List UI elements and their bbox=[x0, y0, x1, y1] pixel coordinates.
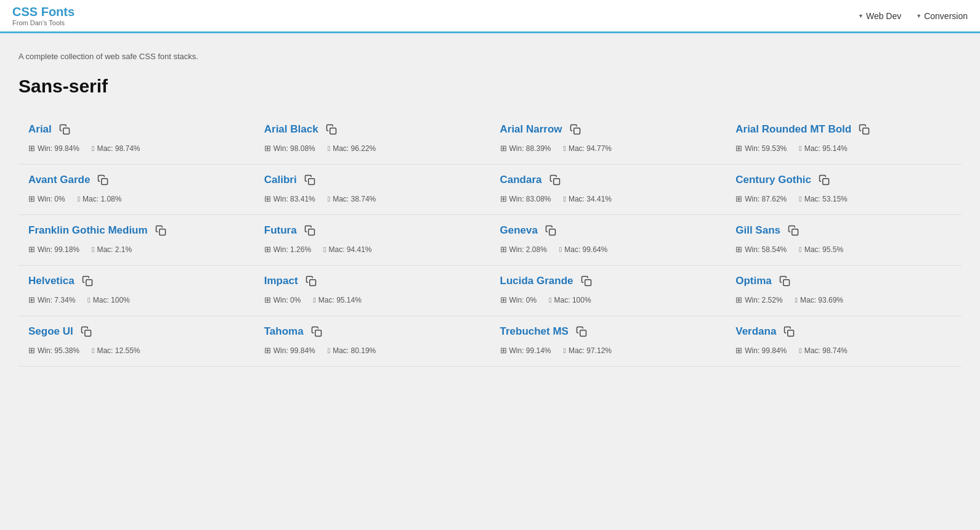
copy-icon[interactable] bbox=[304, 274, 318, 288]
font-cell: Calibri Win: 83.41%  Mac: 38.74% bbox=[254, 165, 490, 215]
mac-value: Mac: 98.74% bbox=[97, 144, 140, 153]
font-name[interactable]: Lucida Grande bbox=[500, 275, 573, 287]
font-name[interactable]: Geneva bbox=[500, 224, 538, 237]
logo-subtitle: From Dan's Tools bbox=[12, 19, 75, 26]
mac-value: Mac: 100% bbox=[93, 296, 130, 304]
font-name[interactable]: Arial Rounded MT Bold bbox=[735, 123, 851, 136]
font-name[interactable]: Tahoma bbox=[264, 325, 304, 338]
logo-area: CSS Fonts From Dan's Tools bbox=[12, 5, 75, 26]
font-cell: Segoe UI Win: 95.38%  Mac: 12.55% bbox=[18, 316, 254, 367]
mac-value: Mac: 100% bbox=[554, 296, 591, 304]
copy-icon[interactable] bbox=[569, 123, 582, 136]
font-name[interactable]: Arial Black bbox=[264, 123, 318, 136]
copy-icon[interactable] bbox=[325, 123, 338, 136]
copy-icon[interactable] bbox=[303, 224, 317, 237]
win-stat: Win: 99.84% bbox=[735, 346, 787, 355]
mac-icon:  bbox=[87, 295, 90, 304]
windows-icon bbox=[500, 295, 507, 304]
win-value: Win: 88.39% bbox=[509, 144, 551, 153]
copy-icon[interactable] bbox=[787, 224, 800, 237]
svg-rect-0 bbox=[63, 128, 70, 134]
font-cell-header: Century Gothic bbox=[735, 173, 952, 187]
win-stat: Win: 99.84% bbox=[28, 144, 79, 153]
nav-webdev[interactable]: Web Dev bbox=[858, 11, 901, 21]
font-name[interactable]: Avant Garde bbox=[28, 174, 90, 186]
font-name[interactable]: Segoe UI bbox=[28, 325, 73, 338]
font-name[interactable]: Gill Sans bbox=[735, 224, 780, 237]
svg-rect-7 bbox=[823, 179, 829, 185]
mac-value: Mac: 34.41% bbox=[569, 195, 612, 203]
font-stats: Win: 0%  Mac: 95.14% bbox=[264, 295, 480, 304]
mac-value: Mac: 94.41% bbox=[329, 245, 372, 254]
windows-icon bbox=[735, 346, 742, 355]
copy-icon[interactable] bbox=[58, 123, 71, 136]
logo-title[interactable]: CSS Fonts bbox=[12, 5, 75, 19]
font-name[interactable]: Arial Narrow bbox=[500, 123, 562, 136]
font-stats: Win: 83.41%  Mac: 38.74% bbox=[264, 194, 480, 203]
font-name[interactable]: Helvetica bbox=[28, 275, 75, 287]
font-name[interactable]: Century Gothic bbox=[735, 174, 811, 186]
font-name[interactable]: Trebuchet MS bbox=[500, 325, 569, 338]
win-stat: Win: 87.62% bbox=[735, 194, 787, 203]
svg-rect-9 bbox=[308, 229, 314, 235]
copy-icon[interactable] bbox=[575, 325, 588, 338]
win-value: Win: 59.53% bbox=[745, 144, 787, 153]
font-stats: Win: 2.52%  Mac: 93.69% bbox=[735, 295, 952, 304]
font-stats: Win: 0%  Mac: 1.08% bbox=[28, 194, 245, 203]
svg-rect-3 bbox=[863, 128, 869, 134]
mac-value: Mac: 95.5% bbox=[804, 245, 843, 254]
font-name[interactable]: Calibri bbox=[264, 174, 297, 186]
svg-rect-17 bbox=[315, 330, 321, 336]
font-name[interactable]: Franklin Gothic Medium bbox=[28, 224, 148, 237]
windows-icon bbox=[28, 194, 35, 203]
font-name[interactable]: Optima bbox=[735, 275, 772, 287]
mac-value: Mac: 97.12% bbox=[569, 346, 612, 355]
windows-icon bbox=[28, 144, 35, 153]
windows-icon bbox=[28, 295, 35, 304]
copy-icon[interactable] bbox=[782, 325, 796, 338]
copy-icon[interactable] bbox=[857, 123, 871, 136]
nav-conversion[interactable]: Conversion bbox=[916, 11, 968, 21]
mac-stat:  Mac: 1.08% bbox=[78, 194, 122, 203]
win-stat: Win: 99.18% bbox=[28, 245, 79, 254]
copy-icon[interactable] bbox=[96, 173, 110, 187]
copy-icon[interactable] bbox=[580, 274, 593, 288]
svg-rect-10 bbox=[549, 229, 556, 235]
mac-value: Mac: 1.08% bbox=[83, 195, 121, 203]
font-cell-header: Trebuchet MS bbox=[500, 325, 716, 338]
win-stat: Win: 95.38% bbox=[28, 346, 79, 355]
windows-icon bbox=[264, 194, 271, 203]
copy-icon[interactable] bbox=[310, 325, 323, 338]
mac-icon:  bbox=[328, 194, 330, 203]
font-stats: Win: 58.54%  Mac: 95.5% bbox=[735, 245, 952, 254]
mac-icon:  bbox=[564, 346, 566, 355]
font-name[interactable]: Futura bbox=[264, 224, 297, 237]
font-cell-header: Gill Sans bbox=[735, 224, 952, 237]
font-name[interactable]: Impact bbox=[264, 275, 298, 287]
font-cell: Century Gothic Win: 87.62%  Mac: 53.15% bbox=[726, 165, 962, 215]
copy-icon[interactable] bbox=[79, 325, 93, 338]
copy-icon[interactable] bbox=[817, 173, 831, 187]
mac-stat:  Mac: 34.41% bbox=[564, 194, 612, 203]
win-value: Win: 7.34% bbox=[38, 296, 75, 304]
win-stat: Win: 83.41% bbox=[264, 194, 315, 203]
copy-icon[interactable] bbox=[303, 173, 317, 187]
copy-icon[interactable] bbox=[154, 224, 168, 237]
font-stats: Win: 88.39%  Mac: 94.77% bbox=[500, 144, 716, 153]
copy-icon[interactable] bbox=[548, 173, 562, 187]
mac-value: Mac: 94.77% bbox=[569, 144, 612, 153]
copy-icon[interactable] bbox=[778, 274, 792, 288]
font-name[interactable]: Candara bbox=[500, 174, 542, 186]
font-name[interactable]: Verdana bbox=[735, 325, 776, 338]
svg-rect-8 bbox=[159, 229, 165, 235]
copy-icon[interactable] bbox=[544, 224, 557, 237]
win-value: Win: 0% bbox=[509, 296, 537, 304]
mac-value: Mac: 93.69% bbox=[800, 296, 843, 304]
font-name[interactable]: Arial bbox=[28, 123, 52, 136]
win-stat: Win: 83.08% bbox=[500, 194, 551, 203]
mac-value: Mac: 98.74% bbox=[804, 346, 848, 355]
copy-icon[interactable] bbox=[81, 274, 94, 288]
font-stats: Win: 59.53%  Mac: 95.14% bbox=[735, 144, 952, 153]
win-value: Win: 99.84% bbox=[38, 144, 79, 153]
font-grid: Arial Win: 99.84%  Mac: 98.74% Arial Bl… bbox=[18, 114, 962, 367]
